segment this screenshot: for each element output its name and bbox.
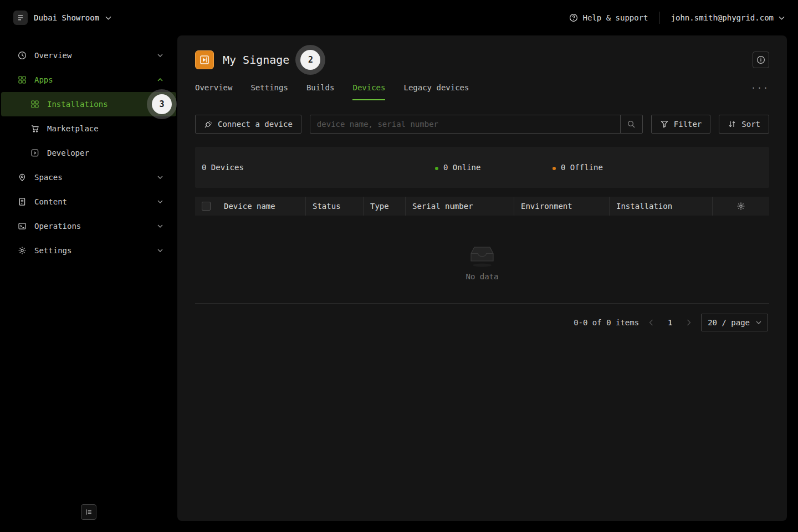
sidebar-item-marketplace[interactable]: Marketplace — [0, 116, 177, 141]
org-icon — [13, 11, 28, 25]
settings-gear-icon — [18, 246, 27, 255]
sidebar-item-apps[interactable]: Apps — [0, 68, 177, 92]
sidebar-item-label: Content — [34, 197, 67, 206]
marketplace-icon — [30, 124, 39, 133]
page-title: My Signage — [223, 53, 289, 66]
page-size-value: 20 / page — [708, 318, 750, 327]
sidebar-item-content[interactable]: Content — [0, 190, 177, 214]
installations-icon — [30, 100, 39, 109]
chevron-down-icon — [157, 249, 163, 252]
column-device-name: Device name — [217, 197, 306, 216]
page-number[interactable]: 1 — [663, 318, 677, 327]
empty-inbox-icon — [464, 242, 500, 268]
chevron-down-icon — [779, 16, 785, 20]
sort-button[interactable]: Sort — [719, 115, 769, 134]
tab-builds[interactable]: Builds — [306, 83, 335, 100]
online-count: 0 Online — [435, 163, 553, 172]
sidebar-item-label: Settings — [34, 246, 71, 255]
tutorial-step-badge: 2 — [300, 50, 320, 70]
connect-device-button[interactable]: Connect a device — [195, 115, 301, 134]
sidebar-item-operations[interactable]: Operations — [0, 214, 177, 238]
tab-legacy-devices[interactable]: Legacy devices — [403, 83, 469, 100]
operations-icon — [18, 222, 27, 231]
connect-device-label: Connect a device — [218, 120, 293, 129]
spaces-icon — [18, 173, 27, 182]
user-email: john.smith@phygrid.com — [671, 13, 774, 22]
chevron-left-icon — [649, 319, 653, 326]
empty-state: No data — [177, 216, 787, 281]
sidebar: Overview Apps Installations 3 Marketplac… — [0, 35, 177, 532]
topbar-divider — [659, 12, 660, 24]
select-all-checkbox[interactable] — [202, 202, 211, 211]
empty-state-text: No data — [466, 272, 498, 281]
offline-dot — [553, 167, 556, 170]
sort-label: Sort — [741, 120, 760, 129]
chevron-down-icon — [157, 54, 163, 57]
search-icon — [627, 120, 636, 129]
previous-page-button[interactable] — [649, 319, 653, 326]
sidebar-item-label: Operations — [34, 222, 81, 231]
device-search-input[interactable] — [310, 115, 620, 133]
gear-icon — [736, 202, 745, 211]
sidebar-item-installations[interactable]: Installations 3 — [1, 92, 176, 116]
sidebar-item-label: Marketplace — [47, 124, 99, 133]
tab-overview[interactable]: Overview — [195, 83, 232, 100]
device-search — [310, 115, 643, 134]
main-panel: My Signage 2 Overview Settings Builds De… — [177, 35, 787, 521]
sidebar-item-overview[interactable]: Overview — [0, 43, 177, 68]
collapse-icon — [85, 508, 93, 516]
pagination: 0-0 of 0 items 1 20 / page — [177, 314, 787, 331]
search-button[interactable] — [620, 115, 642, 133]
developer-icon — [30, 149, 39, 157]
tab-devices[interactable]: Devices — [352, 83, 385, 100]
next-page-button[interactable] — [687, 319, 691, 326]
overview-icon — [18, 51, 27, 60]
column-installation: Installation — [610, 197, 713, 216]
table-footer-divider — [195, 303, 769, 304]
column-serial-number: Serial number — [406, 197, 514, 216]
column-status: Status — [306, 197, 364, 216]
pagination-range: 0-0 of 0 items — [574, 318, 639, 327]
chevron-up-icon — [157, 78, 163, 81]
info-icon — [756, 55, 765, 64]
tab-settings[interactable]: Settings — [250, 83, 288, 100]
table-settings-button[interactable] — [713, 201, 769, 212]
sidebar-item-label: Overview — [34, 51, 71, 60]
filter-button[interactable]: Filter — [651, 115, 711, 134]
sidebar-item-developer[interactable]: Developer — [0, 141, 177, 165]
chevron-down-icon — [756, 321, 761, 324]
chevron-down-icon — [157, 176, 163, 179]
column-type: Type — [364, 197, 406, 216]
plug-icon — [204, 120, 213, 129]
question-circle-icon — [569, 13, 578, 22]
device-summary-card: 0 Devices 0 Online 0 Offline — [195, 147, 769, 188]
tutorial-step-badge: 3 — [152, 94, 172, 114]
panel-header: My Signage 2 — [177, 35, 787, 70]
filter-icon — [660, 120, 669, 129]
devices-toolbar: Connect a device Filter Sort — [177, 115, 787, 134]
chevron-right-icon — [687, 319, 691, 326]
sidebar-collapse-button[interactable] — [81, 504, 96, 520]
chevron-down-icon — [105, 16, 111, 20]
help-support-button[interactable]: Help & support — [569, 13, 648, 22]
chevron-down-icon — [157, 200, 163, 203]
info-button[interactable] — [753, 52, 769, 68]
page-size-select[interactable]: 20 / page — [701, 314, 768, 331]
app-icon — [195, 50, 214, 69]
sidebar-item-label: Apps — [34, 75, 53, 84]
topbar: Dubai Showroom Help & support john.smith… — [0, 0, 798, 35]
offline-count: 0 Offline — [553, 163, 763, 172]
more-actions-icon[interactable]: ··· — [751, 83, 769, 100]
chevron-down-icon — [157, 224, 163, 228]
sidebar-item-settings[interactable]: Settings — [0, 238, 177, 263]
sidebar-item-label: Spaces — [34, 173, 63, 182]
sidebar-item-label: Installations — [47, 100, 108, 109]
tab-bar: Overview Settings Builds Devices Legacy … — [177, 83, 787, 100]
sidebar-item-spaces[interactable]: Spaces — [0, 165, 177, 190]
device-table-header: Device name Status Type Serial number En… — [195, 197, 769, 216]
org-switcher[interactable]: Dubai Showroom — [13, 11, 111, 25]
device-count: 0 Devices — [202, 163, 435, 172]
user-menu[interactable]: john.smith@phygrid.com — [671, 13, 785, 22]
content-icon — [18, 197, 27, 206]
org-name: Dubai Showroom — [34, 13, 99, 22]
